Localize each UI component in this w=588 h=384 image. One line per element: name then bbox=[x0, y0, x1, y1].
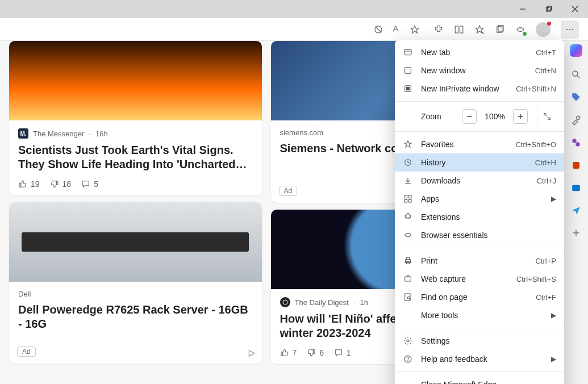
svg-rect-56 bbox=[405, 277, 411, 281]
profile-avatar[interactable] bbox=[536, 22, 551, 37]
favorite-star-icon[interactable] bbox=[410, 24, 420, 35]
svg-rect-23 bbox=[314, 350, 315, 354]
menu-help[interactable]: Help and feedback ▶ bbox=[395, 350, 564, 368]
capture-icon bbox=[403, 274, 413, 283]
games-sidebar-icon[interactable] bbox=[571, 137, 581, 148]
menu-favorites[interactable]: Favorites Ctrl+Shift+O bbox=[395, 135, 564, 153]
menu-more-tools[interactable]: More tools ▶ bbox=[395, 306, 564, 324]
ad-choices-icon[interactable] bbox=[247, 349, 256, 358]
favorites-icon bbox=[403, 140, 413, 149]
svg-point-62 bbox=[407, 361, 408, 361]
inprivate-icon bbox=[403, 84, 413, 93]
svg-point-24 bbox=[573, 71, 578, 76]
zoom-out-button[interactable] bbox=[462, 109, 477, 124]
maximize-button[interactable] bbox=[536, 0, 562, 18]
fullscreen-button[interactable] bbox=[537, 107, 556, 126]
address-bar-area bbox=[3, 24, 424, 35]
tools-sidebar-icon[interactable] bbox=[571, 115, 581, 125]
zoom-value: 100% bbox=[482, 112, 507, 121]
svg-point-28 bbox=[572, 139, 577, 143]
copilot-icon[interactable] bbox=[570, 44, 582, 57]
svg-rect-22 bbox=[281, 352, 283, 356]
outlook-sidebar-icon[interactable] bbox=[571, 183, 581, 193]
menu-settings[interactable]: Settings bbox=[395, 332, 564, 350]
card-headline: Dell Poweredge R7625 Rack Server - 16GB … bbox=[18, 303, 253, 331]
more-button[interactable] bbox=[561, 20, 579, 39]
svg-point-15 bbox=[569, 28, 570, 30]
collections-icon[interactable] bbox=[495, 24, 505, 35]
print-icon bbox=[403, 256, 413, 265]
window-titlebar bbox=[0, 0, 588, 18]
m365-sidebar-icon[interactable] bbox=[571, 160, 581, 170]
svg-point-21 bbox=[283, 300, 287, 304]
right-sidebar bbox=[564, 41, 588, 384]
comments-button[interactable]: 5 bbox=[81, 180, 98, 189]
comments-button[interactable]: 1 bbox=[334, 348, 351, 357]
close-window-button[interactable] bbox=[562, 0, 588, 18]
chevron-right-icon: ▶ bbox=[551, 311, 556, 319]
menu-web-capture[interactable]: Web capture Ctrl+Shift+S bbox=[395, 270, 564, 288]
split-screen-icon[interactable] bbox=[454, 24, 464, 35]
svg-rect-9 bbox=[460, 26, 463, 33]
send-sidebar-icon[interactable] bbox=[571, 206, 581, 216]
toolbar-right-icons bbox=[428, 20, 585, 39]
svg-line-44 bbox=[547, 117, 550, 120]
zoom-in-button[interactable] bbox=[513, 109, 528, 124]
like-button[interactable]: 7 bbox=[280, 348, 297, 357]
menu-browser-essentials[interactable]: Browser essentials bbox=[395, 226, 564, 244]
history-icon bbox=[403, 158, 413, 167]
find-icon bbox=[403, 293, 413, 302]
browser-toolbar bbox=[0, 18, 588, 41]
svg-rect-37 bbox=[405, 68, 411, 74]
settings-menu: New tab Ctrl+T New window Ctrl+N New InP… bbox=[395, 40, 564, 384]
menu-history[interactable]: History Ctrl+H bbox=[395, 153, 564, 172]
svg-marker-19 bbox=[249, 350, 254, 357]
menu-new-tab[interactable]: New tab Ctrl+T bbox=[395, 43, 564, 61]
favorites-toolbar-icon[interactable] bbox=[474, 24, 485, 35]
shopping-sidebar-icon[interactable] bbox=[571, 92, 581, 102]
svg-rect-18 bbox=[56, 181, 58, 185]
menu-print[interactable]: Print Ctrl+P bbox=[395, 252, 564, 270]
svg-rect-35 bbox=[404, 49, 411, 55]
menu-new-window[interactable]: New window Ctrl+N bbox=[395, 61, 564, 80]
like-button[interactable]: 19 bbox=[18, 180, 40, 189]
svg-marker-26 bbox=[572, 93, 580, 101]
search-sidebar-icon[interactable] bbox=[571, 69, 581, 80]
menu-zoom-row: Zoom 100% bbox=[395, 105, 564, 128]
menu-apps[interactable]: Apps ▶ bbox=[395, 190, 564, 208]
svg-point-14 bbox=[566, 28, 568, 30]
browser-essentials-toolbar-icon[interactable] bbox=[515, 24, 526, 35]
add-sidebar-icon[interactable] bbox=[572, 228, 581, 237]
svg-rect-17 bbox=[19, 183, 21, 187]
menu-find-on-page[interactable]: Find on page Ctrl+F bbox=[395, 288, 564, 306]
ad-label: Ad bbox=[17, 347, 36, 357]
menu-close-edge[interactable]: Close Microsoft Edge bbox=[395, 375, 564, 384]
dislike-button[interactable]: 6 bbox=[307, 348, 324, 357]
feed-card[interactable]: Dell Dell Poweredge R7625 Rack Server - … bbox=[9, 202, 262, 364]
svg-point-60 bbox=[407, 340, 409, 342]
svg-rect-54 bbox=[406, 257, 409, 260]
feed-card[interactable]: M. The Messenger · 16h Scientists Just T… bbox=[9, 41, 262, 195]
chevron-right-icon: ▶ bbox=[551, 195, 556, 203]
read-aloud-icon[interactable] bbox=[391, 24, 402, 35]
svg-rect-2 bbox=[548, 6, 552, 10]
menu-new-inprivate[interactable]: New InPrivate window Ctrl+Shift+N bbox=[395, 80, 564, 98]
menu-downloads[interactable]: Downloads Ctrl+J bbox=[395, 172, 564, 190]
zoom-label: Zoom bbox=[403, 112, 456, 121]
card-image bbox=[9, 202, 262, 282]
chevron-right-icon: ▶ bbox=[551, 355, 556, 363]
extensions-icon[interactable] bbox=[433, 24, 444, 35]
svg-line-6 bbox=[376, 26, 382, 32]
source-name: The Messenger bbox=[33, 130, 84, 138]
dislike-button[interactable]: 18 bbox=[50, 180, 72, 189]
svg-rect-51 bbox=[404, 199, 407, 202]
tracking-prevention-icon[interactable] bbox=[373, 24, 383, 35]
menu-extensions[interactable]: Extensions bbox=[395, 208, 564, 226]
svg-rect-1 bbox=[547, 7, 551, 11]
svg-rect-30 bbox=[573, 162, 579, 169]
svg-rect-12 bbox=[497, 26, 502, 32]
svg-rect-49 bbox=[404, 195, 407, 198]
svg-marker-7 bbox=[411, 26, 419, 33]
minimize-button[interactable] bbox=[510, 0, 536, 18]
ad-label: Ad bbox=[279, 186, 298, 196]
